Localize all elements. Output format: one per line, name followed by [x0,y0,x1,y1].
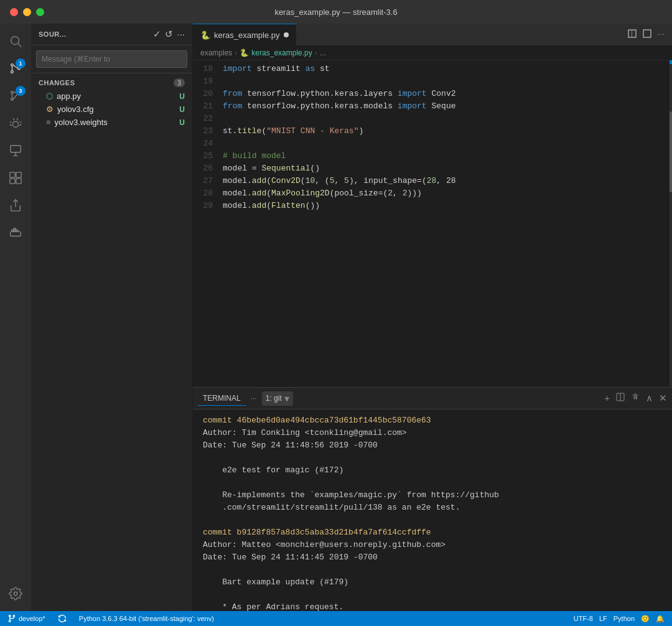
tab-dirty-indicator [284,32,289,37]
smiley-icon: 🙂 [641,615,650,623]
maximize-terminal-button[interactable]: ∧ [646,393,653,404]
python-label: Python 3.6.3 64-bit ('streamlit-staging'… [79,615,214,622]
refresh-action[interactable]: ↺ [165,29,173,40]
status-right: UTF-8 LF Python 🙂 🔔 [571,615,667,623]
svg-rect-25 [10,179,15,184]
status-bell[interactable]: 🔔 [653,615,667,623]
activity-bar: 1 3 [0,24,31,611]
svg-point-2 [11,64,14,67]
status-sync[interactable] [55,611,69,626]
code-line-29: 29 model.add(Flatten()) [193,200,672,212]
minimize-button[interactable] [23,8,31,16]
activity-share[interactable] [3,193,28,218]
commit-input-area [31,45,192,73]
close-terminal-button[interactable]: ✕ [659,393,667,404]
breadcrumb: examples › 🐍 keras_example.py › ... [193,46,672,60]
status-language[interactable]: Python [611,615,637,622]
status-smiley[interactable]: 🙂 [638,615,652,623]
new-terminal-button[interactable]: + [604,393,610,404]
code-line-23: 23 st.title("MNIST CNN - Keras") [193,125,672,138]
git-badge: 3 [16,86,26,96]
terminal-line: Re-implements the `examples/magic.py` fr… [203,489,662,502]
commit-message-input[interactable] [36,50,187,68]
changes-count: 3 [174,78,185,87]
toggle-sidebar-button[interactable] [642,29,652,40]
activity-git[interactable]: 3 [3,83,28,108]
file-icon-cfg: ⚙ [46,105,54,114]
code-line-20: 20 from tensorflow.python.keras.layers i… [193,88,672,100]
status-branch[interactable]: develop* [5,611,48,626]
terminal-options[interactable]: ··· [251,394,257,403]
line-num-26: 26 [193,162,223,175]
tab-actions: ··· [627,29,672,40]
breadcrumb-more[interactable]: ... [320,49,326,57]
line-num-21: 21 [193,100,223,113]
activity-remote[interactable] [3,138,28,163]
svg-rect-29 [12,230,14,231]
line-num-29: 29 [193,200,223,212]
changes-section: CHANGES 3 ⬡ app.py U ⚙ yolov3.cfg U ≡ yo… [31,73,192,131]
line-content-23: st.title("MNIST CNN - Keras") [223,125,672,138]
sidebar-actions: ✓ ↺ ··· [153,29,185,40]
chevron-down-icon: ▾ [284,393,289,404]
activity-extensions[interactable] [3,166,28,190]
file-item-app-py[interactable]: ⬡ app.py U [31,90,192,103]
delete-terminal-button[interactable] [631,393,640,404]
editor-area: 🐍 keras_example.py ··· ex [193,24,672,611]
activity-search[interactable] [3,29,28,54]
file-icon-weights: ≡ [46,118,51,127]
svg-rect-31 [16,230,18,231]
line-content-18: import streamlit as st [223,63,672,75]
maximize-button[interactable] [36,8,44,16]
activity-source-control[interactable]: 1 [3,56,28,81]
line-content-26: model = Sequential() [223,162,672,175]
line-content-20: from tensorflow.python.keras.layers impo… [223,88,672,100]
sidebar-header: SOUR... ✓ ↺ ··· [31,24,192,45]
terminal-content[interactable]: commit 46bebe6d0ae494cbcca73d61bf1445bc5… [193,409,672,611]
breadcrumb-file[interactable]: keras_example.py [251,49,312,57]
terminal-line: commit b9128f857a8d3c5aba33d21b4fa7af614… [203,526,662,539]
terminal-tab[interactable]: TERMINAL [198,391,246,406]
status-line-ending[interactable]: LF [597,615,610,622]
terminal-line: * As per Adrians request. [203,601,662,611]
changes-header[interactable]: CHANGES 3 [31,76,192,90]
terminal-area: TERMINAL ··· 1: git ▾ + [193,387,672,611]
activity-docker[interactable] [3,220,28,245]
terminal-line [203,477,662,489]
close-button[interactable] [10,8,18,16]
terminal-shell-select[interactable]: 1: git ▾ [262,391,293,406]
tab-keras-example[interactable]: 🐍 keras_example.py [193,24,297,46]
commit-action[interactable]: ✓ [153,29,161,40]
status-encoding[interactable]: UTF-8 [571,615,595,622]
status-python[interactable]: Python 3.6.3 64-bit ('streamlit-staging'… [77,611,217,626]
svg-point-3 [11,71,14,73]
activity-debug[interactable] [3,111,28,136]
split-terminal-button[interactable] [616,393,625,404]
terminal-actions: + ∧ ✕ [604,393,667,404]
terminal-line [203,589,662,601]
file-status: U [179,92,185,101]
window-controls[interactable] [10,8,44,16]
status-bar: develop* Python 3.6.3 64-bit ('streamlit… [0,611,672,626]
terminal-line: commit 46bebe6d0ae494cbcca73d61bf1445bc5… [203,414,662,427]
more-actions[interactable]: ··· [177,29,185,40]
terminal-line [203,514,662,526]
split-editor-button[interactable] [627,29,637,40]
line-num-27: 27 [193,175,223,187]
breadcrumb-separator: › [235,49,237,57]
file-status-cfg: U [179,105,185,114]
svg-point-33 [14,592,17,596]
activity-settings[interactable] [3,581,28,606]
file-item-yolov3-cfg[interactable]: ⚙ yolov3.cfg U [31,103,192,116]
more-tab-actions[interactable]: ··· [657,29,665,40]
language-label: Python [614,615,635,622]
line-content-24 [223,138,672,150]
code-editor[interactable]: 18 import streamlit as st 19 20 from ten… [193,60,672,387]
file-name-cfg: yolov3.cfg [57,105,179,114]
file-item-yolov3-weights[interactable]: ≡ yolov3.weights U [31,116,192,129]
scrollbar-track[interactable] [670,63,672,387]
scrollbar-thumb[interactable] [670,111,672,192]
breadcrumb-folder[interactable]: examples [200,49,232,57]
line-content-27: model.add(Conv2D(10, (5, 5), input_shape… [223,175,672,187]
svg-line-1 [18,44,21,47]
